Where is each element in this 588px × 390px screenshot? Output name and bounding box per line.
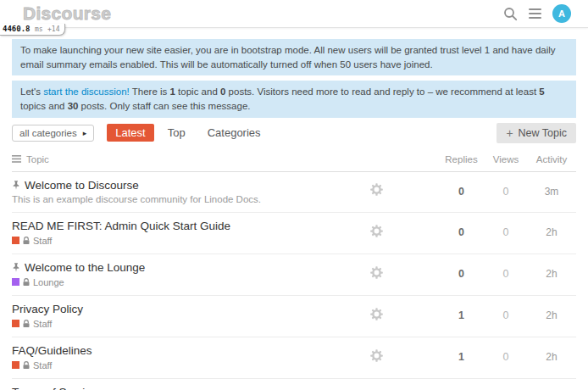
topic-gear-button[interactable]	[370, 266, 383, 279]
banner-bold-number: 5	[539, 86, 544, 97]
topic-title-line: FAQ/Guidelines	[12, 344, 370, 357]
header-replies[interactable]: Replies	[438, 154, 485, 164]
bootstrap-mode-banner: To make launching your new site easier, …	[12, 39, 576, 75]
start-discussion-banner: Let's start the discussion! There is 1 t…	[12, 81, 576, 117]
category-name: Staff	[33, 360, 52, 370]
topic-title-line: Welcome to Discourse	[12, 179, 370, 192]
new-topic-button[interactable]: + New Topic	[496, 123, 576, 143]
plus-icon: +	[506, 127, 513, 139]
topic-excerpt: This is an example discourse community f…	[12, 194, 370, 204]
logo-text: Discourse	[23, 3, 111, 24]
gear-icon	[370, 183, 383, 196]
topic-title-line: READ ME FIRST: Admin Quick Start Guide	[12, 220, 370, 232]
category-badge[interactable]: Lounge	[12, 277, 370, 287]
search-icon[interactable]	[503, 7, 518, 21]
topic-row: Welcome to DiscourseThis is an example d…	[12, 172, 576, 213]
category-color-square	[12, 237, 19, 244]
caret-right-icon: ▸	[83, 129, 87, 137]
header-views[interactable]: Views	[485, 154, 527, 164]
replies-count: 1	[438, 351, 485, 363]
replies-count: 1	[438, 309, 485, 321]
replies-count: 0	[438, 186, 485, 198]
new-topic-label: New Topic	[519, 127, 567, 139]
topic-list: Welcome to DiscourseThis is an example d…	[12, 172, 576, 390]
activity-time[interactable]: 3m	[527, 186, 576, 198]
topic-cell: Welcome to the LoungeLounge	[12, 261, 370, 287]
category-color-square	[12, 278, 19, 286]
category-name: Staff	[33, 236, 52, 246]
gear-icon	[370, 308, 383, 320]
replies-count: 0	[438, 268, 485, 280]
profiler-badge[interactable]: 4460.8 ms +14	[0, 24, 65, 36]
banner-text: There is	[130, 86, 170, 97]
topic-actions-cell	[370, 349, 438, 365]
activity-time[interactable]: 2h	[527, 268, 576, 280]
topic-title-line: Welcome to the Lounge	[12, 261, 370, 274]
topic-gear-button[interactable]	[370, 349, 383, 362]
topic-title[interactable]: Welcome to the Lounge	[25, 261, 145, 274]
category-badge[interactable]: Staff	[12, 236, 370, 246]
views-count: 0	[485, 351, 527, 363]
views-count: 0	[485, 226, 527, 238]
filter-bar: all categories ▸ LatestTopCategories + N…	[12, 123, 576, 143]
avatar[interactable]: A	[552, 4, 571, 23]
top-header: Discourse A	[0, 0, 588, 28]
tab-categories[interactable]: Categories	[199, 124, 269, 142]
topic-cell: Welcome to DiscourseThis is an example d…	[12, 179, 370, 204]
views-count: 0	[485, 268, 527, 280]
main-content: To make launching your new site easier, …	[0, 39, 588, 390]
gear-icon	[370, 266, 383, 279]
activity-time[interactable]: 2h	[527, 309, 576, 321]
topic-actions-cell	[370, 225, 438, 241]
tab-top[interactable]: Top	[159, 124, 194, 142]
menu-icon[interactable]	[529, 8, 541, 19]
category-color-square	[12, 361, 19, 369]
topic-cell: Terms of ServiceStaff	[12, 386, 370, 390]
discourse-logo[interactable]: Discourse	[23, 3, 111, 24]
profiler-unit: ms	[35, 25, 43, 33]
topic-actions-cell	[370, 183, 438, 199]
category-name: Lounge	[33, 277, 64, 287]
topic-title[interactable]: Terms of Service	[12, 386, 97, 390]
gear-icon	[370, 349, 383, 362]
banner-text: posts. Only staff can see this message.	[78, 101, 250, 111]
topic-title[interactable]: READ ME FIRST: Admin Quick Start Guide	[12, 220, 230, 232]
topic-row: FAQ/GuidelinesStaff102h	[12, 337, 576, 379]
topic-gear-button[interactable]	[370, 225, 383, 237]
category-badge[interactable]: Staff	[12, 360, 370, 370]
activity-time[interactable]: 2h	[527, 226, 576, 238]
topic-gear-button[interactable]	[370, 308, 383, 320]
header-actions: A	[503, 4, 571, 23]
category-badge[interactable]: Staff	[12, 319, 370, 329]
topic-gear-button[interactable]	[370, 183, 383, 196]
banner-bold-number: 30	[68, 101, 79, 111]
banner-text: Let's	[20, 86, 43, 97]
topic-row: Terms of ServiceStaff102h	[12, 379, 576, 390]
topic-title-line: Terms of Service	[12, 386, 370, 390]
lock-icon	[23, 237, 30, 245]
header-topic[interactable]: Topic	[26, 154, 49, 164]
activity-time[interactable]: 2h	[527, 351, 576, 363]
profiler-time: 4460.8	[3, 25, 31, 33]
topic-title-line: Privacy Policy	[12, 303, 370, 315]
category-name: Staff	[33, 319, 52, 329]
topic-title[interactable]: Privacy Policy	[12, 303, 83, 315]
banner-text: topics and	[20, 101, 68, 111]
replies-count: 0	[438, 226, 485, 238]
topic-title[interactable]: FAQ/Guidelines	[12, 344, 92, 357]
banner-text: topic and	[175, 86, 220, 97]
category-dropdown-label: all categories	[19, 128, 77, 138]
lock-icon	[23, 278, 30, 287]
topic-row: READ ME FIRST: Admin Quick Start GuideSt…	[12, 213, 576, 254]
lock-icon	[23, 320, 30, 328]
lock-icon	[23, 361, 30, 370]
tab-latest[interactable]: Latest	[107, 124, 153, 142]
start-discussion-link[interactable]: start the discussion!	[43, 86, 130, 97]
views-count: 0	[485, 186, 527, 198]
category-dropdown[interactable]: all categories ▸	[12, 125, 94, 142]
topic-cell: READ ME FIRST: Admin Quick Start GuideSt…	[12, 220, 370, 246]
header-activity[interactable]: Activity	[527, 154, 576, 164]
topic-row: Privacy PolicyStaff102h	[12, 296, 576, 337]
views-count: 0	[485, 309, 527, 321]
topic-title[interactable]: Welcome to Discourse	[25, 179, 139, 192]
